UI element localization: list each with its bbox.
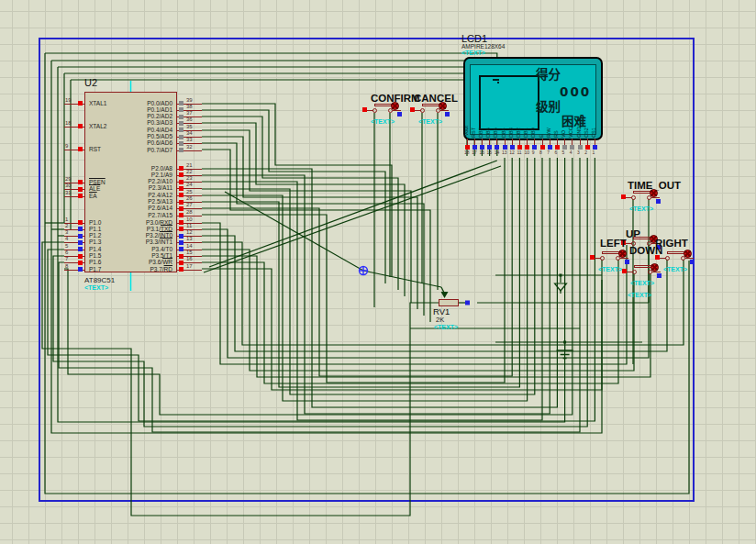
button-state-square bbox=[362, 107, 367, 112]
lcd-pin-label: DB1 bbox=[524, 116, 529, 138]
mcu-pin-number: 37 bbox=[186, 110, 193, 116]
lcd-pin-stub bbox=[550, 139, 550, 145]
pin-state-square bbox=[179, 234, 183, 239]
lcd-pin-stub bbox=[527, 139, 528, 145]
mcu-pin-number: 30 bbox=[65, 183, 72, 188]
button-terminal bbox=[600, 256, 605, 261]
pin-state-square bbox=[179, 107, 183, 112]
button-state-square bbox=[621, 194, 626, 199]
pot-wiper-arrow-icon bbox=[441, 292, 449, 298]
pin-state-square bbox=[179, 128, 183, 132]
button-actuator bbox=[633, 237, 650, 239]
button-terminal bbox=[631, 195, 636, 200]
mcu-pin-label: P0.3/AD3 bbox=[92, 120, 172, 127]
node-marker-icon bbox=[359, 266, 368, 275]
lcd-pin-number: 12 bbox=[509, 150, 515, 155]
mcu-pin-label: P0.7/AD7 bbox=[92, 148, 172, 154]
lcd-pin-number: 11 bbox=[517, 150, 521, 155]
mcu-pin-number: 17 bbox=[186, 263, 193, 269]
mcu-pin-label: P2.6/A14 bbox=[92, 205, 172, 212]
mcu-pin-number: 28 bbox=[186, 209, 193, 215]
lcd-pin-label: RS bbox=[554, 116, 560, 138]
lcd-pin-stub bbox=[474, 139, 475, 145]
button-actuator bbox=[602, 251, 619, 254]
button-knob-cancel[interactable] bbox=[439, 102, 447, 110]
lcd-pin-number: 9 bbox=[532, 150, 535, 155]
mcu-pin-number: 7 bbox=[65, 256, 68, 261]
mcu-part: AT89C51 bbox=[84, 276, 115, 284]
button-blue-square bbox=[625, 260, 629, 264]
mcu-pin-number: 38 bbox=[186, 104, 193, 109]
pin-state-square bbox=[179, 193, 183, 197]
pot-value: 2K bbox=[436, 316, 444, 324]
pin-state-square bbox=[78, 267, 83, 272]
mcu-pin-label: P2.7/A15 bbox=[92, 213, 172, 219]
mcu-pin-number: 13 bbox=[186, 236, 193, 241]
lcd-pin-label: CS1 bbox=[592, 116, 597, 138]
pin-state-square bbox=[179, 240, 183, 245]
lcd-pin-label: DB5 bbox=[494, 116, 499, 138]
pin-state-square bbox=[179, 148, 183, 152]
button-text-placeholder: <TEXT> bbox=[630, 280, 654, 286]
mcu-pin-number: 6 bbox=[65, 250, 68, 255]
lcd-pin-number: 6 bbox=[554, 150, 557, 155]
mcu-pin-number: 15 bbox=[186, 250, 193, 255]
pin-state-square bbox=[179, 172, 183, 177]
schematic-canvas[interactable]: U2 AT89C51 <TEXT> LCD1 AMPIRE128X64 <TEX… bbox=[0, 0, 756, 544]
lcd-pin-stub bbox=[595, 139, 595, 145]
button-actuator bbox=[667, 251, 684, 254]
mcu-pin-number: 34 bbox=[186, 130, 193, 136]
button-blue-square bbox=[397, 112, 402, 117]
lcd-score-value: 000 bbox=[560, 86, 591, 99]
mcu-pin-number: 39 bbox=[186, 97, 193, 103]
lcd-pin-number: 18 bbox=[464, 150, 470, 155]
mcu-pin-number: 22 bbox=[186, 169, 193, 174]
lcd-pin-label: DB2 bbox=[517, 116, 522, 138]
lcd-pin-stub bbox=[512, 139, 513, 145]
pin-state-square bbox=[179, 267, 183, 272]
mcu-pin-number: 11 bbox=[186, 223, 192, 228]
pin-state-square bbox=[78, 240, 83, 245]
button-knob-confirm[interactable] bbox=[391, 102, 399, 110]
pin-state-square bbox=[179, 180, 183, 184]
lcd-pin-label: DB0 bbox=[531, 116, 537, 138]
pin-state-square bbox=[78, 247, 83, 251]
mcu-ref: U2 bbox=[84, 77, 97, 88]
button-knob-left[interactable] bbox=[618, 250, 627, 258]
lcd-pin-number: 8 bbox=[539, 150, 542, 155]
button-terminal bbox=[372, 108, 377, 113]
mcu-pin-label: P2.3/A11 bbox=[92, 185, 172, 192]
button-label-cancel: CANCEL bbox=[414, 93, 458, 104]
mcu-pin-number: 12 bbox=[186, 229, 193, 235]
lcd-pin-stub bbox=[542, 139, 543, 145]
button-knob-time_out[interactable] bbox=[650, 189, 658, 197]
button-blue-square bbox=[657, 273, 662, 278]
mcu-pin-number: 10 bbox=[186, 216, 193, 222]
button-label-down: DOWN bbox=[629, 245, 662, 256]
lcd-pin-number: 7 bbox=[547, 150, 550, 155]
button-knob-right[interactable] bbox=[684, 250, 692, 258]
button-actuator bbox=[633, 191, 650, 194]
lcd-pin-stub bbox=[519, 139, 520, 145]
button-text-placeholder: <TEXT> bbox=[629, 205, 653, 212]
lcd-pin-label: VCC bbox=[569, 116, 574, 138]
pin-state-square bbox=[179, 166, 183, 171]
button-knob-down[interactable] bbox=[650, 263, 659, 272]
mcu-pin-number: 19 bbox=[65, 97, 72, 103]
button-actuator bbox=[374, 104, 392, 106]
lcd-pin-label: E bbox=[539, 116, 545, 138]
mcu-pin-number: 5 bbox=[65, 243, 68, 249]
lcd-pin-stub bbox=[557, 139, 558, 145]
lcd-pin-label: VO bbox=[561, 116, 567, 138]
pin-state-square bbox=[179, 186, 183, 191]
pin-state-square bbox=[179, 247, 183, 251]
pin-state-square bbox=[179, 213, 183, 217]
mcu-text-placeholder: <TEXT> bbox=[84, 284, 108, 291]
pin-state-square bbox=[179, 121, 183, 126]
lcd-pin-label: DB6 bbox=[486, 116, 492, 138]
mcu-pin-number: 18 bbox=[65, 120, 72, 126]
pin-state-square bbox=[179, 261, 183, 265]
button-blue-square bbox=[445, 112, 450, 117]
pot-body[interactable] bbox=[439, 299, 459, 306]
lcd-pin-stub bbox=[496, 139, 497, 145]
